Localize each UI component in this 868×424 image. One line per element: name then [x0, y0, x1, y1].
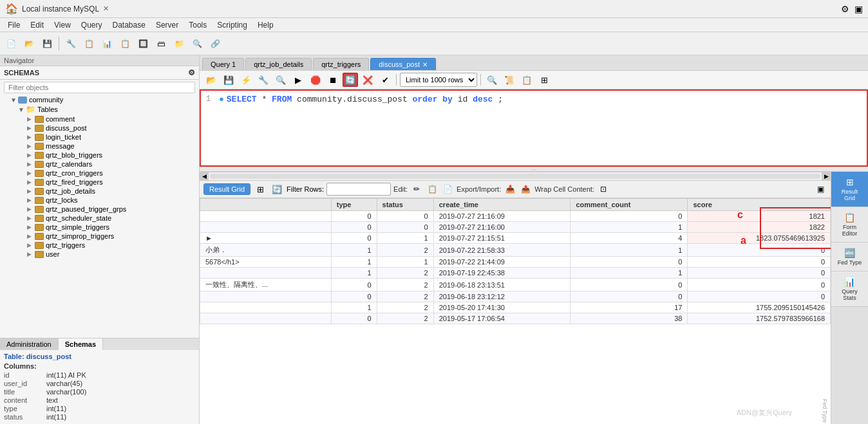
table-row[interactable]: 002019-07-27 21:16:0011822	[200, 222, 831, 233]
right-btn-form-editor[interactable]: 📋 FormEditor	[831, 207, 868, 243]
col-header-score[interactable]: score	[688, 199, 831, 211]
col-header-create-time[interactable]: create_time	[433, 199, 571, 211]
right-btn-result-grid[interactable]: ⊞ ResultGrid	[831, 172, 868, 207]
tree-item-login-ticket[interactable]: ▶ login_ticket	[0, 133, 199, 142]
qtb-refresh[interactable]: 🔄	[343, 73, 358, 87]
edit-btn3[interactable]: 📄	[441, 183, 454, 196]
tree-item-comment[interactable]: ▶ comment	[0, 115, 199, 124]
menubar-item-help[interactable]: Help	[252, 19, 279, 31]
menubar-item-edit[interactable]: Edit	[25, 19, 49, 31]
h-scroll[interactable]: ◀ ▶	[200, 172, 831, 181]
col-header-type[interactable]: type	[331, 199, 377, 211]
result-icon-btn1[interactable]: ⊞	[253, 183, 267, 196]
tree-item-user[interactable]: ▶ user	[0, 250, 199, 259]
qtb-cancel[interactable]: ❌	[360, 73, 375, 87]
schemas-icon[interactable]: ⚙	[188, 68, 195, 77]
tab-close-icon[interactable]: ✕	[422, 61, 428, 68]
menubar-item-file[interactable]: File	[3, 19, 25, 31]
toolbar-btn2[interactable]: 📋	[80, 35, 97, 52]
qtb-save[interactable]: 💾	[221, 73, 236, 87]
table-row[interactable]: 002019-07-27 21:16:0901821	[200, 211, 831, 222]
tab-discuss-post[interactable]: discuss_post ✕	[370, 58, 436, 70]
edit-btn2[interactable]: 📋	[426, 183, 439, 196]
h-splitter[interactable]: ···	[200, 167, 868, 172]
export-btn2[interactable]: 📤	[519, 183, 532, 196]
layout-icon[interactable]: ▣	[854, 4, 863, 14]
wrap-btn[interactable]: ⊡	[597, 183, 610, 196]
menubar-item-database[interactable]: Database	[108, 19, 151, 31]
menubar-item-server[interactable]: Server	[151, 19, 184, 31]
export-btn1[interactable]: 📥	[504, 183, 516, 196]
toolbar-new[interactable]: 📄	[3, 35, 19, 52]
qtb-more[interactable]: ⊞	[536, 73, 552, 87]
right-btn-query-stats[interactable]: 📊 QueryStats	[831, 272, 868, 307]
tab-qrtz-triggers[interactable]: qrtz_triggers	[313, 58, 369, 70]
toolbar-open[interactable]: 📂	[21, 35, 37, 52]
sql-editor[interactable]: 1 ● SELECT * FROM community.discuss_post…	[200, 89, 868, 167]
table-row[interactable]: 122019-05-20 17:41:30171755.209515014542…	[200, 302, 831, 313]
scroll-left-btn[interactable]: ◀	[200, 172, 209, 181]
scroll-right-btn[interactable]: ▶	[822, 172, 831, 181]
result-grid-wrap[interactable]: type status create_time comment_count sc…	[200, 198, 831, 424]
tree-item-qrtz-cron[interactable]: ▶ qrtz_cron_triggers	[0, 169, 199, 178]
table-row[interactable]: 一致性、隔离性、...022019-06-18 23:13:5100	[200, 279, 831, 291]
toolbar-btn3[interactable]: 📊	[99, 35, 115, 52]
qtb-stop2[interactable]: ⏹	[325, 73, 341, 87]
qtb-explain[interactable]: 🔍	[273, 73, 288, 87]
result-layout-btn[interactable]: ▣	[814, 183, 827, 196]
table-row[interactable]: ► 012019-07-27 21:15:5141823.07554696139…	[200, 233, 831, 244]
qtb-history[interactable]: 📜	[502, 73, 517, 87]
toolbar-btn8[interactable]: 🔍	[189, 35, 205, 52]
qtb-execute[interactable]: ⚡	[238, 73, 254, 87]
tree-item-qrtz-locks[interactable]: ▶ qrtz_locks	[0, 196, 199, 205]
table-row[interactable]: 5678</h1>112019-07-22 21:44:0900	[200, 257, 831, 268]
titlebar-close[interactable]: ✕	[103, 5, 109, 13]
table-row[interactable]: 小弟．122019-07-22 21:58:3310	[200, 244, 831, 257]
tree-item-qrtz-cal[interactable]: ▶ qrtz_calendars	[0, 160, 199, 169]
qtb-search[interactable]: 🔍	[484, 73, 500, 87]
table-row[interactable]: 022019-06-18 23:12:1200	[200, 291, 831, 302]
tab-schemas[interactable]: Schemas	[59, 338, 103, 350]
tree-item-qrtz-blob[interactable]: ▶ qrtz_blob_triggers	[0, 151, 199, 160]
tree-item-tables[interactable]: ▼ 📁 Tables	[0, 104, 199, 115]
table-row[interactable]: 122019-07-19 22:45:3810	[200, 268, 831, 279]
col-header-status[interactable]: status	[377, 199, 433, 211]
toolbar-btn1[interactable]: 🔧	[62, 35, 79, 52]
settings-icon[interactable]: ⚙	[841, 4, 849, 14]
tree-item-qrtz-simple[interactable]: ▶ qrtz_simple_triggers	[0, 223, 199, 232]
toolbar-btn9[interactable]: 🔗	[207, 35, 223, 52]
tree-item-qrtz-simprop[interactable]: ▶ qrtz_simprop_triggers	[0, 232, 199, 241]
tree-item-discuss-post[interactable]: ▶ discuss_post	[0, 124, 199, 133]
menubar-item-tools[interactable]: Tools	[184, 19, 212, 31]
tree-item-community[interactable]: ▼ community	[0, 95, 199, 104]
qtb-run[interactable]: ▶	[290, 73, 306, 87]
col-header-comment-count[interactable]: comment_count	[571, 199, 688, 211]
menubar-item-view[interactable]: View	[49, 19, 76, 31]
tree-item-qrtz-job[interactable]: ▶ qrtz_job_details	[0, 187, 199, 196]
result-grid-tab[interactable]: Result Grid	[203, 183, 250, 195]
menubar-item-scripting[interactable]: Scripting	[212, 19, 252, 31]
tree-item-message[interactable]: ▶ message	[0, 142, 199, 151]
tree-item-qrtz-fired[interactable]: ▶ qrtz_fired_triggers	[0, 178, 199, 187]
menubar-item-query[interactable]: Query	[76, 19, 108, 31]
table-row[interactable]: 022019-05-17 17:06:54381752.579783596616…	[200, 313, 831, 324]
toolbar-btn6[interactable]: 🗃	[153, 35, 169, 52]
tab-query1[interactable]: Query 1	[202, 58, 244, 70]
toolbar-btn4[interactable]: 📋	[117, 35, 133, 52]
edit-btn1[interactable]: ✏	[410, 183, 423, 196]
tree-item-qrtz-triggers[interactable]: ▶ qrtz_triggers	[0, 241, 199, 250]
filter-rows-input[interactable]	[326, 183, 391, 196]
qtb-open[interactable]: 📂	[203, 73, 219, 87]
toolbar-btn7[interactable]: 📁	[171, 35, 187, 52]
tab-administration[interactable]: Administration	[0, 338, 59, 350]
filter-rows-icon[interactable]: 🔄	[270, 183, 284, 196]
toolbar-btn5[interactable]: 🔲	[135, 35, 151, 52]
filter-input[interactable]	[4, 82, 195, 93]
qtb-execute-sel[interactable]: 🔧	[256, 73, 271, 87]
limit-select[interactable]: Limit to 1000 rows Limit to 500 rows Lim…	[400, 73, 477, 87]
qtb-format[interactable]: 📋	[519, 73, 534, 87]
right-btn-field-types[interactable]: 🔤 Fed Type	[831, 243, 868, 272]
tree-item-qrtz-sched[interactable]: ▶ qrtz_scheduler_state	[0, 214, 199, 223]
scroll-track[interactable]	[210, 174, 820, 179]
qtb-stop[interactable]: 🛑	[308, 73, 323, 87]
